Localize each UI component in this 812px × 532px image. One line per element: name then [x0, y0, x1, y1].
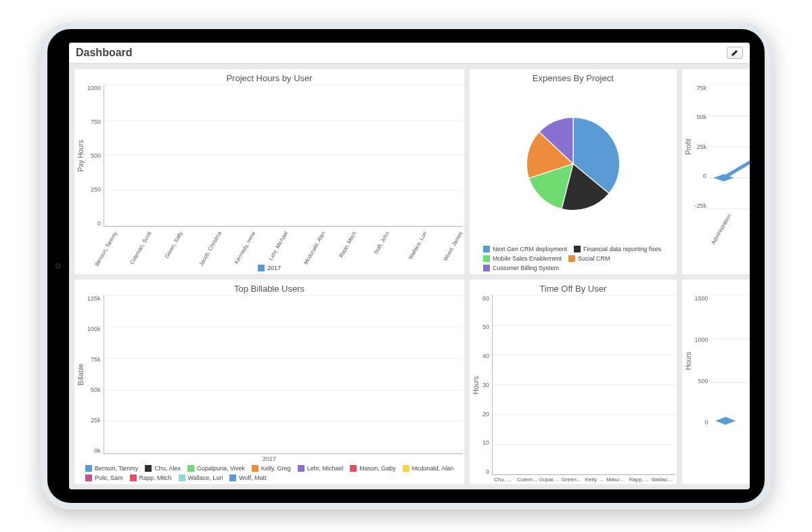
tile-project-hours[interactable]: Project Hours by User Pay Hours 10007505… — [74, 69, 464, 274]
tile-profits[interactable]: Profits By Project Profit 75k50k25k0-25k… — [682, 69, 750, 274]
y-axis-label: Hours — [471, 295, 481, 476]
y-axis-ticks: 10007505002500 — [86, 85, 104, 227]
tablet-frame: Dashboard Project Hours by User Pay Hour… — [41, 22, 771, 510]
x-axis-labels: Benson, TammyColeman, ScottGreen, SallyJ… — [76, 227, 463, 262]
tile-expenses[interactable]: Expenses By Project Next Gen CRM deploym… — [470, 69, 676, 274]
legend-item[interactable]: Benson, Tammy — [85, 465, 138, 472]
legend-item[interactable]: Rapp, Mitch — [130, 474, 172, 481]
y-axis-ticks: 150010005000 — [694, 295, 711, 426]
tile-title: Project Hours by User — [76, 72, 463, 85]
chart-profits: Profit 75k50k25k0-25k AdministrationAuto… — [683, 85, 750, 273]
chart-legend: AdministrationBusiness Intelligence Prac… — [683, 472, 750, 483]
y-axis-ticks: 75k50k25k0-25k — [694, 85, 710, 209]
legend-item[interactable]: Customer Billing System — [483, 265, 559, 271]
y-axis-ticks: 125k100k75k50k25k0k — [86, 295, 104, 455]
legend-item[interactable]: Pole, Sam — [85, 474, 123, 481]
line-plot — [709, 85, 750, 209]
edit-dashboard-button[interactable] — [727, 47, 743, 59]
legend-item[interactable]: Wolf, Matt — [229, 474, 266, 481]
y-axis-label: Hours — [683, 295, 694, 426]
x-axis-labels: AdministrationAutomated ReportingCustome… — [683, 209, 750, 262]
chart-practice: Hours 150010005000 No Client: Project wa… — [683, 295, 750, 483]
tile-billable[interactable]: Top Billable Users Billable 125k100k75k5… — [74, 280, 464, 485]
legend-item[interactable]: Mcdonald, Alan — [403, 465, 454, 472]
legend-item[interactable]: Mason, Gaby — [350, 465, 396, 472]
legend-item[interactable]: Mobile Sales Enablement — [483, 255, 562, 262]
legend-item[interactable]: Social CRM — [568, 255, 610, 262]
tile-practice[interactable]: Practice Hours By Client Hours 150010005… — [682, 280, 750, 485]
chart-legend: Benson, TammyChu, AlexGopalpuria, VivekK… — [76, 462, 463, 483]
chart-legend: Next Gen CRM deploymentFinancial data re… — [471, 243, 675, 273]
tile-title: Expenses By Project — [471, 72, 675, 85]
legend-item[interactable]: Lehr, Michael — [298, 465, 344, 472]
pencil-icon — [731, 49, 739, 57]
line-plot — [711, 295, 750, 426]
y-axis-ticks: 6050403020100 — [481, 295, 492, 476]
tile-title: Time Off By User — [471, 282, 675, 295]
page-title: Dashboard — [76, 47, 133, 59]
y-axis-label: Pay Hours — [76, 85, 86, 227]
dashboard-header: Dashboard — [69, 43, 750, 64]
chart-project-hours: Pay Hours 10007505002500 Benson, TammyCo… — [76, 85, 463, 273]
app-screen: Dashboard Project Hours by User Pay Hour… — [69, 43, 750, 489]
dashboard-grid: Project Hours by User Pay Hours 10007505… — [69, 64, 750, 489]
chart-legend: 2017 — [683, 262, 750, 273]
x-axis-labels: Chu, Al...Colem...Gopalp...Green, ...Kel… — [471, 475, 675, 483]
tile-timeoff[interactable]: Time Off By User Hours 6050403020100 Chu… — [470, 280, 676, 485]
y-axis-label: Profit — [683, 85, 694, 209]
legend-item[interactable]: Gopalpuria, Vivek — [187, 465, 245, 472]
chart-timeoff: Hours 6050403020100 Chu, Al...Colem...Go… — [471, 295, 675, 483]
legend-item[interactable]: Chu, Alex — [145, 465, 181, 472]
y-axis-label: Billable — [76, 295, 86, 455]
chart-expenses — [471, 85, 675, 243]
legend-item[interactable]: Financial data reporting fixes — [574, 246, 661, 252]
legend-item[interactable]: Kelly, Greg — [252, 465, 291, 472]
chart-billable: Billable 125k100k75k50k25k0k 2017 Benson… — [76, 295, 463, 483]
legend-item[interactable]: Next Gen CRM deployment — [483, 246, 567, 252]
svg-rect-27 — [715, 417, 736, 424]
tile-title: Top Billable Users — [76, 282, 463, 295]
legend-item[interactable]: Wallace, Lori — [179, 474, 223, 481]
tile-title: Practice Hours By Client — [683, 282, 750, 295]
plot-area — [492, 295, 675, 476]
tile-title: Profits By Project — [683, 72, 750, 85]
pie-chart — [522, 113, 624, 215]
x-axis-label: 2017 — [76, 454, 463, 462]
plot-area — [104, 295, 464, 455]
plot-area — [104, 85, 463, 227]
